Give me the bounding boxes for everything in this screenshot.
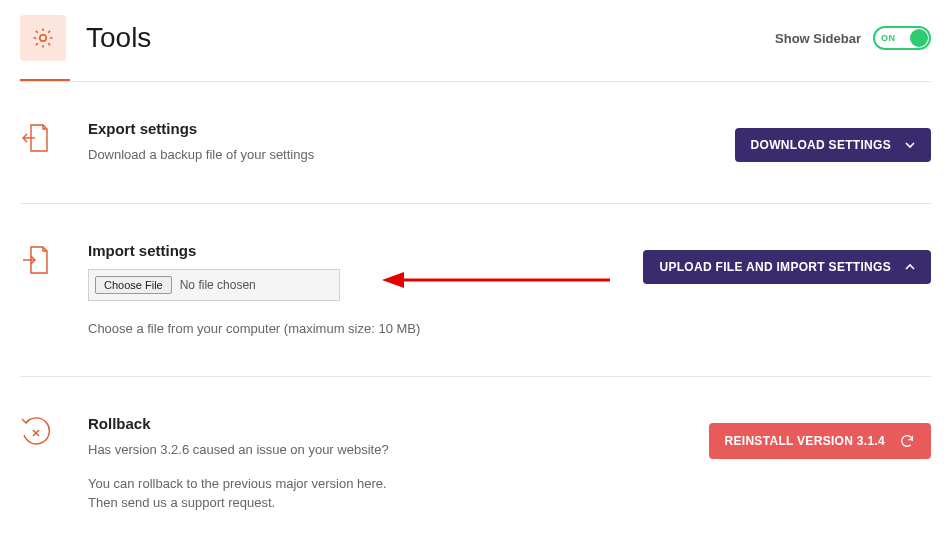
export-desc: Download a backup file of your settings: [88, 145, 715, 165]
refresh-icon: [899, 433, 915, 449]
export-icon: [20, 122, 54, 158]
export-body: Export settings Download a backup file o…: [88, 120, 715, 165]
header-left: Tools: [20, 15, 151, 61]
section-rollback: Rollback Has version 3.2.6 caused an iss…: [20, 377, 931, 523]
import-title: Import settings: [88, 242, 623, 259]
toggle-state-text: ON: [881, 33, 896, 43]
file-input-row: Choose File No file chosen: [88, 269, 340, 301]
rollback-line1: Has version 3.2.6 caused an issue on you…: [88, 440, 689, 460]
download-settings-button[interactable]: DOWNLOAD SETTINGS: [735, 128, 931, 162]
svg-point-0: [40, 35, 46, 41]
file-status-text: No file chosen: [180, 278, 256, 292]
import-icon: [20, 244, 54, 280]
section-export: Export settings Download a backup file o…: [20, 82, 931, 204]
page-header: Tools Show Sidebar ON: [20, 15, 931, 79]
tools-icon: [20, 15, 66, 61]
export-title: Export settings: [88, 120, 715, 137]
page-title: Tools: [86, 22, 151, 54]
rollback-line3: Then send us a support request.: [88, 493, 689, 513]
choose-file-button[interactable]: Choose File: [95, 276, 172, 294]
rollback-line2: You can rollback to the previous major v…: [88, 474, 689, 494]
reinstall-label: REINSTALL VERSION 3.1.4: [725, 434, 886, 448]
show-sidebar-toggle[interactable]: ON: [873, 26, 931, 50]
import-body: Import settings Choose File No file chos…: [88, 242, 623, 339]
chevron-down-icon: [905, 140, 915, 150]
upload-import-label: UPLOAD FILE AND IMPORT SETTINGS: [659, 260, 891, 274]
download-settings-label: DOWNLOAD SETTINGS: [751, 138, 891, 152]
chevron-up-icon: [905, 262, 915, 272]
header-right: Show Sidebar ON: [775, 26, 931, 50]
toggle-knob: [910, 29, 928, 47]
rollback-icon: [20, 417, 54, 453]
upload-import-button[interactable]: UPLOAD FILE AND IMPORT SETTINGS: [643, 250, 931, 284]
show-sidebar-label: Show Sidebar: [775, 31, 861, 46]
import-help-text: Choose a file from your computer (maximu…: [88, 319, 623, 339]
rollback-title: Rollback: [88, 415, 689, 432]
rollback-body: Rollback Has version 3.2.6 caused an iss…: [88, 415, 689, 513]
reinstall-button[interactable]: REINSTALL VERSION 3.1.4: [709, 423, 932, 459]
section-import: Import settings Choose File No file chos…: [20, 204, 931, 378]
